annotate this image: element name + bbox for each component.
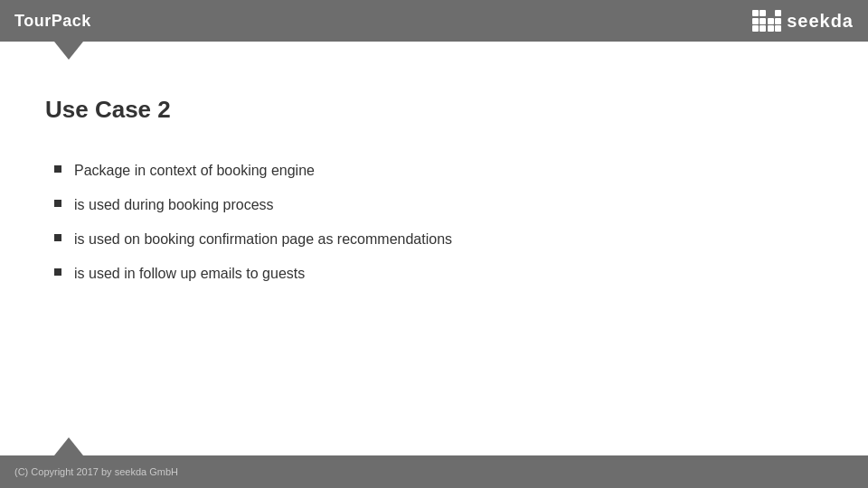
list-item-text-4: is used in follow up emails to guests	[74, 263, 305, 285]
logo-cell-10	[760, 25, 766, 32]
logo-grid-icon	[752, 10, 782, 32]
bullet-icon-4	[54, 268, 61, 276]
logo-cell-12	[775, 25, 781, 32]
nav-arrow-bottom	[54, 437, 83, 455]
footer-bar: (C) Copyright 2017 by seekda GmbH	[0, 455, 868, 488]
logo-area: seekda	[752, 10, 854, 32]
logo-cell-7	[768, 18, 774, 24]
bullet-list: Package in context of booking engine is …	[45, 160, 823, 285]
list-item-text-1: Package in context of booking engine	[74, 160, 315, 182]
logo-cell-3	[768, 10, 774, 16]
list-item-text-2: is used during booking process	[74, 194, 274, 216]
footer-copyright: (C) Copyright 2017 by seekda GmbH	[14, 466, 178, 477]
app-title: TourPack	[14, 12, 91, 31]
header-bar: TourPack seekda	[0, 0, 868, 42]
logo-text: seekda	[787, 11, 854, 32]
bullet-icon-1	[54, 165, 61, 173]
bullet-icon-2	[54, 200, 61, 207]
logo-cell-6	[760, 18, 766, 24]
list-item-text-3: is used on booking confirmation page as …	[74, 229, 452, 250]
logo-cell-4	[775, 10, 781, 16]
page-title: Use Case 2	[45, 96, 823, 124]
logo-cell-9	[752, 25, 759, 32]
list-item: is used during booking process	[54, 194, 823, 216]
logo-cell-2	[760, 10, 766, 16]
bullet-icon-3	[54, 234, 61, 241]
logo-cell-1	[752, 10, 759, 16]
logo-cell-11	[768, 25, 774, 32]
list-item: is used on booking confirmation page as …	[54, 229, 823, 250]
list-item: is used in follow up emails to guests	[54, 263, 823, 285]
nav-arrow-top	[54, 42, 83, 60]
logo-cell-5	[752, 18, 759, 24]
logo-cell-8	[775, 18, 781, 24]
list-item: Package in context of booking engine	[54, 160, 823, 182]
main-content: Use Case 2 Package in context of booking…	[0, 42, 868, 333]
